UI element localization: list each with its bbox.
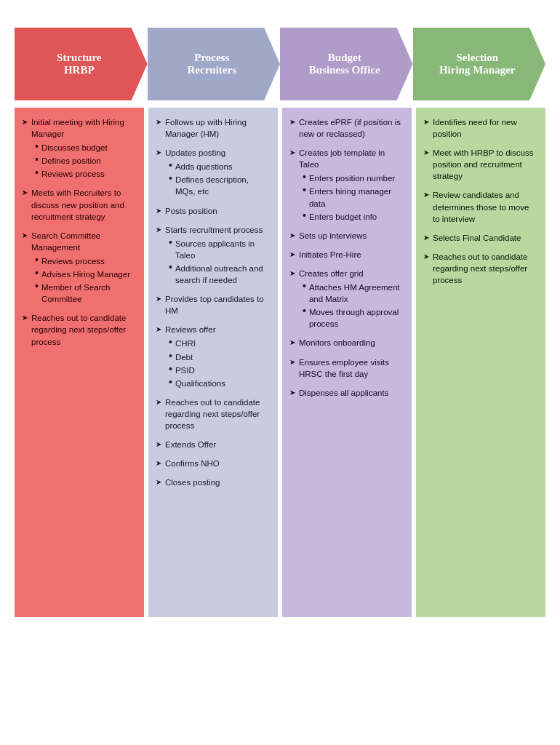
- bullet-group: ➤Creates offer grid•Attaches HM Agreemen…: [289, 268, 404, 330]
- arrow-selection: SelectionHiring Manager: [413, 28, 546, 100]
- main-bullet: ➤Initial meeting with Hiring Manager: [22, 116, 137, 140]
- main-bullet-text: Monitors onboarding: [299, 337, 375, 348]
- arrow-symbol: ➤: [156, 439, 161, 450]
- columns-row: ➤Initial meeting with Hiring Manager•Dis…: [15, 108, 545, 617]
- main-bullet-text: Updates posting: [165, 147, 225, 159]
- bullet-dot: •: [35, 255, 39, 267]
- sub-bullet: •Qualifications: [169, 378, 271, 389]
- main-bullet: ➤Search Committee Management: [22, 230, 137, 253]
- main-bullet-text: Provides top candidates to HM: [165, 293, 271, 316]
- sub-bullet-text: Additional outreach and search if needed: [175, 263, 271, 286]
- main-bullet: ➤Creates ePRF (if position is new or rec…: [289, 116, 404, 140]
- arrow-symbol: ➤: [156, 477, 161, 488]
- main-bullet: ➤Extends Offer: [156, 439, 271, 450]
- arrow-symbol: ➤: [423, 190, 429, 224]
- arrow-symbol: ➤: [289, 357, 295, 380]
- sub-bullet-text: Enters position number: [309, 172, 395, 184]
- bullet-group: ➤Selects Final Candidate: [423, 232, 538, 244]
- sub-bullet: •Defines position: [35, 155, 137, 167]
- main-bullet: ➤Creates job template in Taleo: [289, 147, 404, 170]
- main-bullet: ➤Follows up with Hiring Manager (HM): [156, 116, 271, 140]
- main-bullet-text: Review candidates and determines those t…: [433, 189, 538, 224]
- main-bullet-text: Creates offer grid: [299, 268, 364, 279]
- arrow-symbol: ➤: [22, 188, 28, 222]
- main-bullet-text: Creates ePRF (if position is new or recl…: [299, 116, 404, 140]
- main-bullet-text: Reaches out to candidate regarding next …: [31, 312, 137, 347]
- main-bullet-text: Creates job template in Taleo: [299, 147, 404, 170]
- bullet-group: ➤Meets with Recruiters to discuss new po…: [22, 187, 137, 222]
- arrow-symbol: ➤: [156, 458, 161, 469]
- bullet-dot: •: [303, 210, 306, 223]
- arrow-symbol: ➤: [289, 338, 295, 348]
- sub-bullets: •Adds questions•Defines description, MQs…: [169, 161, 271, 197]
- arrow-budget: BudgetBusiness Office: [280, 28, 413, 100]
- bullet-group: ➤Search Committee Management•Reviews pro…: [22, 230, 137, 306]
- bullet-group: ➤Extends Offer: [156, 439, 271, 450]
- arrow-symbol: ➤: [289, 388, 295, 399]
- bullet-group: ➤Starts recruitment process•Sources appl…: [156, 224, 271, 286]
- main-bullet: ➤Meets with Recruiters to discuss new po…: [22, 187, 137, 222]
- main-bullet: ➤Reaches out to candidate regarding next…: [156, 397, 271, 431]
- main-bullet-text: Extends Offer: [165, 439, 216, 450]
- arrow-hrbp: StructureHRBP: [15, 28, 148, 100]
- sub-bullet-text: Attaches HM Agreement and Matrix: [309, 282, 404, 305]
- sub-bullet: •Enters budget info: [303, 211, 404, 223]
- main-bullet-text: Meets with Recruiters to discuss new pos…: [31, 187, 137, 222]
- main-bullet: ➤Monitors onboarding: [289, 337, 404, 348]
- arrow-symbol: ➤: [423, 233, 429, 244]
- sub-bullet-text: Advises Hiring Manager: [41, 268, 130, 280]
- sub-bullets: •Discusses budget•Defines position•Revie…: [35, 142, 137, 180]
- bullet-group: ➤Ensures employee visits HRSC the first …: [289, 356, 404, 380]
- bullet-dot: •: [35, 167, 39, 180]
- bullet-group: ➤Reaches out to candidate regarding next…: [423, 251, 538, 286]
- sub-bullet-text: Sources applicants in Taleo: [175, 238, 271, 261]
- main-bullet-text: Ensures employee visits HRSC the first d…: [299, 356, 404, 380]
- sub-bullet: •Moves through approval process: [303, 306, 404, 330]
- column-budget: ➤Creates ePRF (if position is new or rec…: [282, 108, 412, 617]
- bullet-dot: •: [303, 172, 306, 184]
- bullet-dot: •: [35, 141, 39, 154]
- sub-bullet-text: Reviews process: [41, 255, 105, 267]
- sub-bullet-text: Reviews process: [41, 168, 105, 180]
- arrow-symbol: ➤: [423, 252, 429, 286]
- sub-bullets: •Sources applicants in Taleo•Additional …: [169, 238, 271, 286]
- bullet-dot: •: [303, 281, 306, 305]
- sub-bullet-text: Discusses budget: [41, 142, 108, 154]
- arrow-symbol: ➤: [289, 250, 295, 260]
- arrow-symbol: ➤: [22, 117, 28, 140]
- sub-bullet-text: Enters hiring manager data: [309, 186, 404, 209]
- sub-bullet: •Sources applicants in Taleo: [169, 238, 271, 261]
- main-bullet-text: Selects Final Candidate: [433, 232, 521, 244]
- main-bullet-text: Reviews offer: [165, 324, 215, 335]
- main-bullet: ➤Posts position: [156, 205, 271, 217]
- main-bullet-text: Follows up with Hiring Manager (HM): [165, 116, 271, 140]
- arrow-recruiters: ProcessRecruiters: [148, 28, 281, 100]
- bullet-group: ➤Follows up with Hiring Manager (HM): [156, 116, 271, 140]
- main-bullet-text: Meet with HRBP to discuss position and r…: [433, 147, 538, 182]
- arrow-symbol: ➤: [156, 225, 161, 236]
- bullet-group: ➤Creates ePRF (if position is new or rec…: [289, 116, 404, 140]
- main-bullet-text: Reaches out to candidate regarding next …: [165, 397, 271, 431]
- bullet-group: ➤Initiates Pre-Hire: [289, 249, 404, 260]
- main-bullet: ➤Confirms NHO: [156, 458, 271, 469]
- bullet-group: ➤Reaches out to candidate regarding next…: [22, 312, 137, 347]
- arrow-symbol: ➤: [156, 117, 161, 140]
- column-selection: ➤Identifies need for new position➤Meet w…: [416, 108, 545, 617]
- sub-bullets: •Enters position number•Enters hiring ma…: [303, 172, 404, 222]
- arrow-symbol: ➤: [289, 231, 295, 242]
- main-bullet: ➤Sets up interviews: [289, 230, 404, 242]
- bullet-dot: •: [169, 262, 172, 286]
- bullet-group: ➤Sets up interviews: [289, 230, 404, 242]
- main-bullet: ➤Provides top candidates to HM: [156, 293, 271, 316]
- arrow-symbol: ➤: [423, 148, 429, 182]
- bullet-dot: •: [35, 268, 39, 280]
- main-bullet-text: Initiates Pre-Hire: [299, 249, 361, 260]
- arrow-symbol: ➤: [423, 117, 429, 140]
- main-bullet: ➤Creates offer grid: [289, 268, 404, 279]
- arrow-symbol: ➤: [289, 148, 295, 170]
- bullet-group: ➤Posts position: [156, 205, 271, 217]
- bullet-dot: •: [35, 281, 39, 305]
- main-bullet-text: Closes posting: [165, 477, 220, 488]
- sub-bullet: •Debt: [169, 351, 271, 363]
- main-bullet-text: Posts position: [165, 205, 217, 217]
